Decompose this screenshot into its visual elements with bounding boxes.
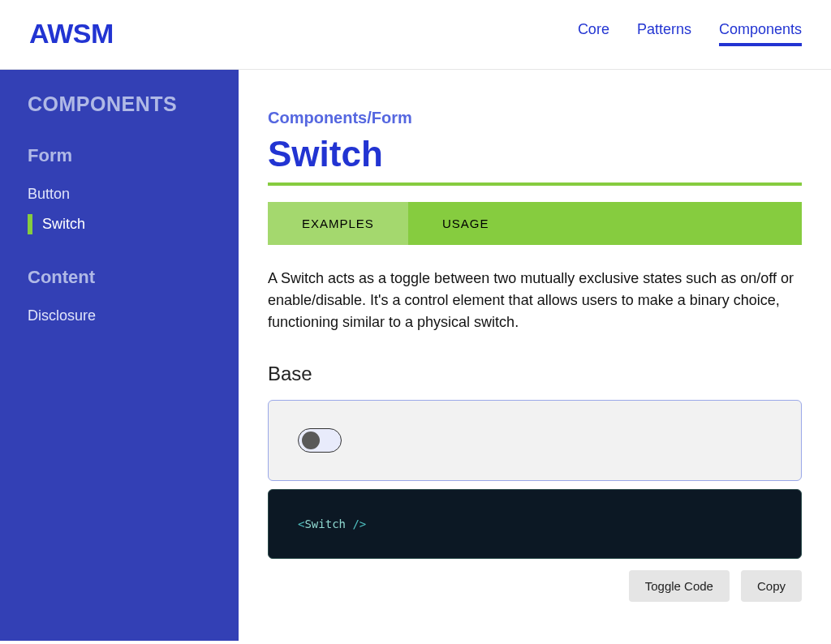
sidebar-group-content: Content Disclosure bbox=[28, 267, 211, 331]
breadcrumb[interactable]: Components/Form bbox=[268, 109, 802, 127]
nav-components[interactable]: Components bbox=[719, 21, 802, 46]
tab-usage[interactable]: USAGE bbox=[408, 202, 523, 245]
toggle-code-button[interactable]: Toggle Code bbox=[629, 570, 730, 602]
sidebar-item-switch[interactable]: Switch bbox=[28, 209, 211, 239]
main: Components/Form Switch EXAMPLES USAGE A … bbox=[239, 70, 831, 641]
sidebar-group-title-content: Content bbox=[28, 267, 211, 288]
page-title: Switch bbox=[268, 134, 802, 186]
top-nav: Core Patterns Components bbox=[578, 21, 802, 46]
tabs: EXAMPLES USAGE bbox=[268, 202, 802, 245]
section-heading-base: Base bbox=[268, 363, 802, 385]
example-preview bbox=[268, 400, 802, 481]
sidebar-group-title-form: Form bbox=[28, 145, 211, 166]
nav-core[interactable]: Core bbox=[578, 21, 609, 46]
sidebar-title: COMPONENTS bbox=[28, 92, 211, 116]
description: A Switch acts as a toggle between two mu… bbox=[268, 268, 802, 333]
sidebar-group-form: Form Button Switch bbox=[28, 145, 211, 239]
nav-patterns[interactable]: Patterns bbox=[637, 21, 691, 46]
sidebar-item-button[interactable]: Button bbox=[28, 179, 211, 209]
switch-thumb bbox=[302, 431, 320, 449]
body: COMPONENTS Form Button Switch Content Di… bbox=[0, 70, 831, 641]
tab-examples[interactable]: EXAMPLES bbox=[268, 202, 408, 245]
code-block: <Switch /> bbox=[268, 489, 802, 559]
sidebar: COMPONENTS Form Button Switch Content Di… bbox=[0, 70, 239, 641]
switch-toggle[interactable] bbox=[298, 428, 342, 453]
code-tag-name: Switch bbox=[304, 517, 346, 530]
code-close-bracket: /> bbox=[346, 517, 366, 530]
code-actions: Toggle Code Copy bbox=[268, 570, 802, 602]
sidebar-item-disclosure[interactable]: Disclosure bbox=[28, 301, 211, 331]
copy-button[interactable]: Copy bbox=[741, 570, 802, 602]
header: AWSM Core Patterns Components bbox=[0, 0, 831, 70]
logo[interactable]: AWSM bbox=[29, 18, 114, 49]
